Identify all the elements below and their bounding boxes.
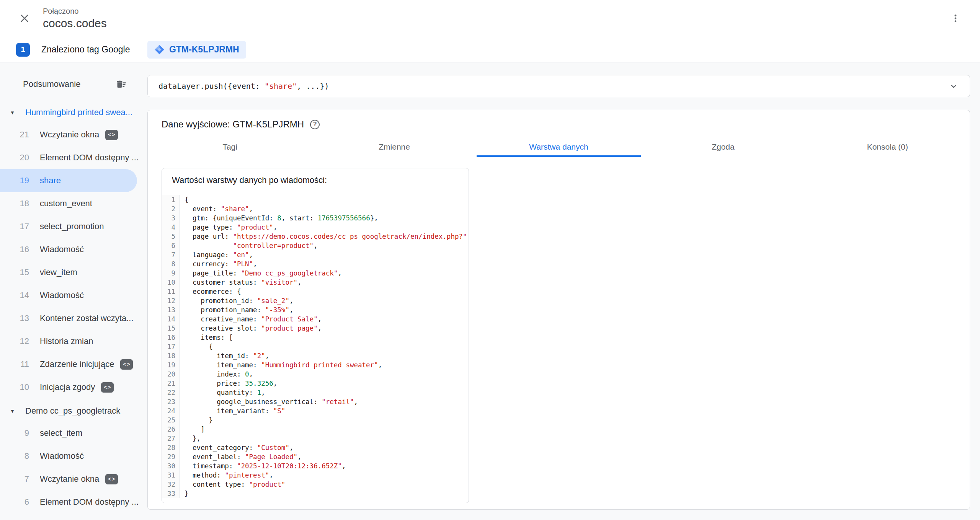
delete-sweep-icon[interactable] <box>115 78 128 91</box>
event-label: select_promotion <box>40 222 104 231</box>
datalayer-push-code: dataLayer.push({event: "share", ...}) <box>158 82 948 91</box>
code-line: 14 creative_name: "Product Sale", <box>162 315 469 324</box>
code-line: 13 promotion_name: "-35%", <box>162 305 469 315</box>
code-line-text: item_id: "2", <box>180 351 269 360</box>
event-number: 18 <box>11 199 29 209</box>
code-line: 23 google_business_vertical: "retail", <box>162 397 469 406</box>
code-icon: <> <box>120 359 133 370</box>
tab-konsola-0[interactable]: Konsola (0) <box>805 139 970 157</box>
code-line-text: page_type: "product", <box>180 223 277 232</box>
line-number: 32 <box>162 480 180 489</box>
sidebar-item-wczytanie-okna[interactable]: 7Wczytanie okna<> <box>0 468 138 491</box>
event-label: Historia zmian <box>40 336 93 346</box>
sidebar-item-historia-zmian[interactable]: 12Historia zmian <box>0 330 138 353</box>
help-icon[interactable]: ? <box>310 120 320 129</box>
code-lines: 1{2 event: "share",3 gtm: {uniqueEventId… <box>162 192 469 503</box>
content-area: Podsumowanie ▼Hummingbird printed swea..… <box>0 62 980 520</box>
event-label: custom_event <box>40 199 92 209</box>
chevron-down-icon[interactable] <box>948 81 959 91</box>
collapse-arrow-icon[interactable]: ▼ <box>10 110 17 116</box>
sidebar-item-wiadomo[interactable]: 8Wiadomość <box>0 445 138 468</box>
push-code-string: "share" <box>265 82 297 91</box>
kebab-menu-icon[interactable] <box>947 10 964 27</box>
code-line: 5 page_url: "https://demo.cocos.codes/cc… <box>162 232 469 241</box>
close-icon[interactable] <box>16 10 33 27</box>
sidebar-item-select-promotion[interactable]: 17select_promotion <box>0 215 138 238</box>
sidebar-group-hummingbird-printed-swea[interactable]: ▼Hummingbird printed swea... <box>0 103 138 122</box>
line-number: 14 <box>162 315 180 324</box>
event-label: Wiadomość <box>40 451 84 461</box>
event-label: Zdarzenie inicjujące <box>40 359 114 369</box>
line-number: 11 <box>162 287 180 296</box>
event-sidebar: Podsumowanie ▼Hummingbird printed swea..… <box>0 62 138 520</box>
sidebar-item-inicjacja-zgody[interactable]: 10Inicjacja zgody<> <box>0 376 138 399</box>
tab-zgoda[interactable]: Zgoda <box>641 139 805 157</box>
gtm-logo-icon <box>154 44 165 55</box>
code-line-text: ecommerce: { <box>180 287 241 296</box>
sidebar-item-zdarzenie-inicjuj-ce[interactable]: 11Zdarzenie inicjujące<> <box>0 353 138 376</box>
gtm-container-chip[interactable]: GTM-K5LPJRMH <box>147 41 246 59</box>
event-number: 8 <box>11 451 29 461</box>
line-number: 27 <box>162 434 180 443</box>
code-line-text: price: 35.3256, <box>180 379 277 388</box>
code-line: 21 price: 35.3256, <box>162 379 469 388</box>
code-line: 3 gtm: {uniqueEventId: 8, start: 1765397… <box>162 214 469 223</box>
line-number: 17 <box>162 342 180 351</box>
sidebar-item-list: 21Wczytanie okna<>20Element DOM dostępny… <box>0 123 138 399</box>
top-bar: Połączono cocos.codes <box>0 0 980 37</box>
sidebar-item-wczytanie-okna[interactable]: 21Wczytanie okna<> <box>0 123 138 146</box>
code-icon: <> <box>101 382 114 393</box>
code-line: 33} <box>162 489 469 498</box>
line-number: 23 <box>162 397 180 406</box>
sidebar-item-summary[interactable]: Podsumowanie <box>0 75 138 93</box>
sidebar-item-kontener-zosta-wczyta[interactable]: 13Kontener został wczyta... <box>0 307 138 330</box>
tab-zmienne[interactable]: Zmienne <box>312 139 476 157</box>
sidebar-item-element-dom-dost-pny[interactable]: 20Element DOM dostępny ... <box>0 146 138 169</box>
summary-label: Podsumowanie <box>23 79 115 89</box>
code-line-text: }, <box>180 434 201 443</box>
sidebar-item-share[interactable]: 19share <box>0 169 137 192</box>
code-line-text: { <box>180 195 189 204</box>
code-line-text: } <box>180 489 189 498</box>
code-line-text: ] <box>180 425 205 434</box>
page-title: cocos.codes <box>43 17 107 30</box>
code-line-text: items: [ <box>180 333 233 342</box>
line-number: 13 <box>162 305 180 315</box>
code-line-text: promotion_name: "-35%", <box>180 305 293 315</box>
found-tags-label: Znaleziono tag Google <box>41 44 130 55</box>
sidebar-group-demo-cc-ps-googletrack[interactable]: ▼Demo cc_ps_googletrack <box>0 402 138 420</box>
line-number: 30 <box>162 461 180 471</box>
code-line: 16 items: [ <box>162 333 469 342</box>
sidebar-item-view-item[interactable]: 15view_item <box>0 261 138 284</box>
sidebar-item-custom-event[interactable]: 18custom_event <box>0 192 138 215</box>
sidebar-item-wiadomo[interactable]: 14Wiadomość <box>0 284 138 307</box>
code-line-text: gtm: {uniqueEventId: 8, start: 176539755… <box>180 214 378 223</box>
event-number: 16 <box>11 245 29 254</box>
event-label: Element DOM dostępny ... <box>40 497 138 507</box>
tab-bar: TagiZmienneWarstwa danychZgodaKonsola (0… <box>148 139 970 157</box>
code-line: 9 page_title: "Demo cc_ps_googletrack", <box>162 269 469 278</box>
push-code-suffix: , ...}) <box>297 82 329 91</box>
line-number: 12 <box>162 296 180 305</box>
sidebar-item-element-dom-dost-pny[interactable]: 6Element DOM dostępny ... <box>0 491 138 513</box>
event-number: 12 <box>11 336 29 346</box>
event-number: 7 <box>11 474 29 484</box>
code-line: 31 method: "pinterest", <box>162 471 469 480</box>
event-label: Element DOM dostępny ... <box>40 153 138 163</box>
code-line: 20 index: 0, <box>162 370 469 379</box>
datalayer-push-bar[interactable]: dataLayer.push({event: "share", ...}) <box>147 75 970 97</box>
code-line-text: "controller=product", <box>180 241 318 250</box>
code-line: 27 }, <box>162 434 469 443</box>
collapse-arrow-icon[interactable]: ▼ <box>10 408 17 414</box>
code-line-text: currency: "PLN", <box>180 259 257 269</box>
line-number: 31 <box>162 471 180 480</box>
event-label: Kontener został wczyta... <box>40 313 134 323</box>
sidebar-item-wiadomo[interactable]: 16Wiadomość <box>0 238 138 261</box>
sidebar-item-select-item[interactable]: 9select_item <box>0 422 138 445</box>
code-line-text: google_business_vertical: "retail", <box>180 397 358 406</box>
tab-warstwa-danych[interactable]: Warstwa danych <box>477 139 641 157</box>
tab-tagi[interactable]: Tagi <box>148 139 312 157</box>
event-number: 20 <box>11 153 29 163</box>
code-line: 22 quantity: 1, <box>162 388 469 397</box>
event-number: 21 <box>11 130 29 140</box>
